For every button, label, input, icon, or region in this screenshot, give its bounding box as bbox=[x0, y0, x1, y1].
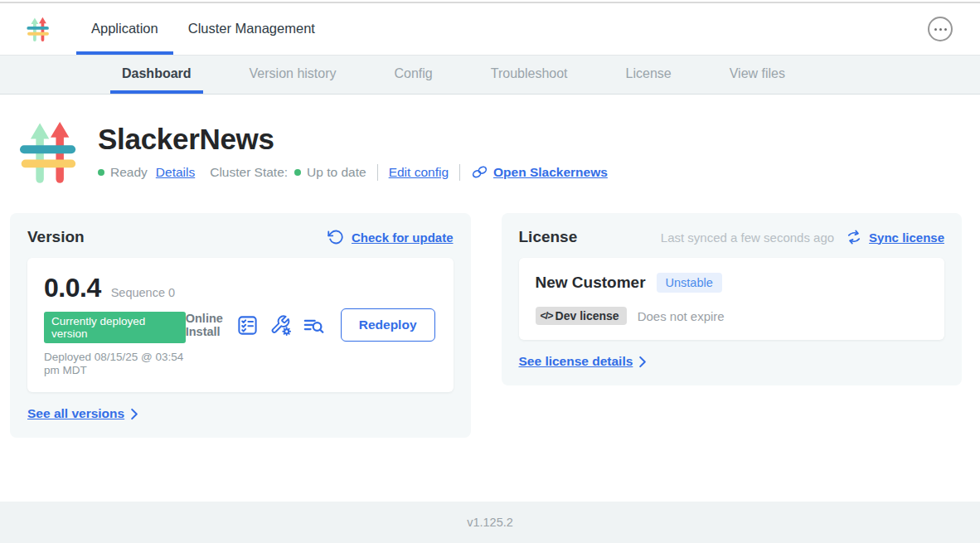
deployed-status-badge: Currently deployed version bbox=[44, 312, 186, 343]
sequence-label: Sequence 0 bbox=[111, 286, 175, 299]
dashboard-cards: Version Check for update 0.0.4 Sequ bbox=[10, 213, 962, 438]
customer-name: New Customer bbox=[536, 274, 646, 292]
tab-application-label: Application bbox=[91, 21, 158, 36]
tab-cluster-management-label: Cluster Management bbox=[188, 21, 315, 36]
channel-badge: Unstable bbox=[657, 273, 722, 293]
subnav-tab-troubleshoot[interactable]: Troubleshoot bbox=[479, 56, 580, 94]
app-subnav: Dashboard Version history Config Trouble… bbox=[0, 56, 980, 95]
deployed-timestamp: Deployed 08/15/25 @ 03:54 pm MDT bbox=[44, 351, 186, 377]
divider bbox=[377, 164, 378, 181]
current-version-box: 0.0.4 Sequence 0 Currently deployed vers… bbox=[27, 258, 454, 392]
subnav-tab-view-files[interactable]: View files bbox=[718, 56, 797, 94]
check-for-update-link[interactable]: Check for update bbox=[327, 229, 454, 245]
overflow-menu-button[interactable] bbox=[928, 17, 953, 41]
check-for-update-label: Check for update bbox=[352, 230, 454, 245]
code-icon: </> bbox=[541, 310, 553, 322]
app-status-row: Ready Details Cluster State: Up to date … bbox=[98, 163, 608, 181]
license-type-badge: </> Dev license bbox=[536, 307, 627, 325]
version-number: 0.0.4 bbox=[44, 273, 101, 303]
status-details-link[interactable]: Details bbox=[156, 165, 195, 180]
license-expiry-text: Does not expire bbox=[638, 309, 725, 323]
chevron-right-icon bbox=[130, 408, 138, 420]
app-header: SlackerNews Ready Details Cluster State:… bbox=[15, 113, 980, 191]
sync-arrows-icon bbox=[846, 229, 862, 245]
refresh-icon bbox=[327, 229, 344, 245]
install-type-label: Online Install bbox=[186, 312, 226, 339]
app-status-dot-icon bbox=[98, 169, 104, 176]
see-all-versions-label: See all versions bbox=[27, 406, 124, 421]
console-version: v1.125.2 bbox=[467, 516, 513, 529]
cluster-state-text: Up to date bbox=[307, 165, 366, 180]
slackernews-logo-icon[interactable] bbox=[25, 12, 53, 46]
chevron-right-icon bbox=[638, 356, 647, 368]
version-card-title: Version bbox=[27, 228, 85, 246]
navbar-tabs: Application Cluster Management bbox=[76, 3, 330, 55]
console-footer: v1.125.2 bbox=[0, 502, 980, 543]
link-chain-icon bbox=[471, 163, 488, 181]
see-all-versions-link[interactable]: See all versions bbox=[27, 406, 454, 421]
main-navbar: Application Cluster Management bbox=[0, 3, 980, 56]
subnav-tab-dashboard[interactable]: Dashboard bbox=[110, 56, 203, 94]
sync-license-link[interactable]: Sync license bbox=[846, 229, 944, 245]
license-card-title: License bbox=[519, 228, 578, 246]
cluster-state-label: Cluster State: bbox=[210, 165, 288, 180]
app-status-text: Ready bbox=[110, 165, 148, 180]
page-title: SlackerNews bbox=[98, 123, 608, 156]
preflight-checks-icon[interactable] bbox=[236, 314, 259, 337]
deploy-logs-icon[interactable] bbox=[303, 314, 325, 337]
last-synced-text: Last synced a few seconds ago bbox=[661, 230, 834, 245]
see-license-details-link[interactable]: See license details bbox=[519, 354, 945, 369]
subnav-tab-config[interactable]: Config bbox=[383, 56, 444, 94]
license-details-box: New Customer Unstable </> Dev license Do… bbox=[519, 258, 945, 340]
app-logo-icon bbox=[15, 113, 86, 191]
sync-license-label: Sync license bbox=[869, 230, 944, 245]
redeploy-button[interactable]: Redeploy bbox=[341, 308, 435, 342]
tab-cluster-management[interactable]: Cluster Management bbox=[173, 3, 330, 55]
config-tools-icon[interactable] bbox=[269, 314, 292, 337]
subnav-tab-license[interactable]: License bbox=[614, 56, 683, 94]
open-app-link[interactable]: Open Slackernews bbox=[471, 163, 608, 181]
ellipsis-icon bbox=[934, 28, 937, 31]
subnav-tab-version-history[interactable]: Version history bbox=[238, 56, 348, 94]
cluster-status-dot-icon bbox=[294, 169, 301, 176]
edit-config-link[interactable]: Edit config bbox=[389, 165, 449, 180]
license-type-label: Dev license bbox=[555, 309, 619, 322]
dashboard-main: SlackerNews Ready Details Cluster State:… bbox=[0, 113, 980, 438]
open-app-label: Open Slackernews bbox=[493, 165, 608, 180]
version-actions: Online Install bbox=[186, 308, 437, 342]
divider bbox=[459, 164, 460, 181]
tab-application[interactable]: Application bbox=[76, 3, 173, 55]
license-card: License Last synced a few seconds ago bbox=[502, 213, 963, 385]
see-license-details-label: See license details bbox=[519, 354, 633, 369]
version-card: Version Check for update 0.0.4 Sequ bbox=[10, 213, 471, 438]
